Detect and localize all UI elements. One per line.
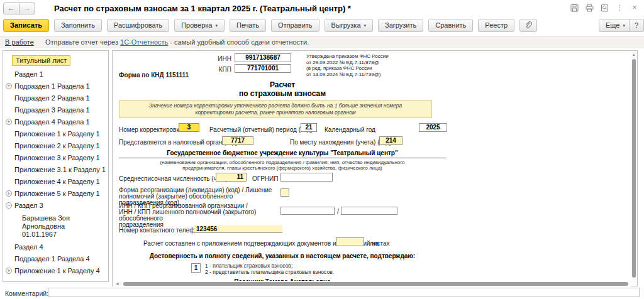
expand-plus-icon[interactable]: + [6,83,12,89]
close-icon[interactable]: × [630,3,639,12]
chevron-down-icon: ▾ [215,19,218,31]
scroll-up-icon[interactable]: ▴ [633,52,635,57]
paperclip-icon [525,21,532,30]
sidebar-item-section-3[interactable]: −Раздел 3 [3,200,108,212]
sidebar-item-appendix-4-1[interactable]: Приложение 4 к Разделу 1 [3,176,108,188]
org-name-caption: (наименование организации, обособленного… [119,160,446,171]
horizontal-scroll-thumb[interactable] [123,282,628,286]
horizontal-scrollbar[interactable]: ◄ [113,281,631,286]
sidebar-item-appendix-3_1-1[interactable]: Приложение 3.1 к Разделу 1 [3,164,108,176]
collapse-minus-icon[interactable]: − [6,202,12,209]
status-state-link[interactable]: В работе [5,38,34,46]
page-title: Расчет по страховым взносам за 1 квартал… [54,4,351,13]
forward-arrow-icon: → [23,4,31,13]
sidebar-item-subsection-1-1[interactable]: +Подраздел 1 Раздела 1 [3,80,108,92]
sidebar-item-appendix-1-4[interactable]: +Приложение 1 к Разделу 4 [3,265,108,277]
print-icon[interactable] [585,3,594,12]
headcount-field[interactable]: 11 [216,173,247,182]
back-arrow-icon: ← [8,4,15,13]
forward-button[interactable]: → [19,3,35,14]
comment-label: Комментарий: [5,290,48,297]
sidebar-item-appendix-2-1[interactable]: Приложение 2 к Разделу 1 [3,140,108,152]
sidebar-item-appendix-1-1[interactable]: Приложение 1 к Разделу 1 [3,128,108,140]
expand-plus-icon[interactable]: + [6,268,12,274]
comment-input[interactable] [48,288,640,297]
registry-button[interactable]: Реестр [478,19,514,32]
expand-plus-icon[interactable]: + [6,190,12,197]
chevron-down-icon: ▾ [623,19,625,31]
back-button[interactable]: ← [3,3,19,14]
period-field[interactable]: 21 [301,123,317,132]
reorg-kpp-field[interactable] [341,207,397,215]
phone-label: Номер контактного телефона [119,227,205,234]
confirm-code-field[interactable]: 1 [191,263,201,273]
vertical-scroll-thumb[interactable] [632,59,636,278]
export-button[interactable]: Выгрузка▾ [325,19,373,32]
sidebar-item-subsection-2-1[interactable]: Подраздел 2 Раздела 1 [3,92,108,104]
year-field[interactable]: 2025 [419,123,447,132]
form-title: Расчет по страховым взносам [119,80,446,98]
reorg-code-field[interactable] [280,188,289,197]
save-icon[interactable] [570,3,579,12]
sidebar-item-subsection-4-1[interactable]: +Подраздел 4 Раздела 1 [3,116,108,128]
org-name-underline [119,158,446,158]
reorg-inn-field[interactable] [280,207,335,215]
tax-authority-field[interactable]: 7717 [222,136,253,145]
sidebar-item-subsection-1-4[interactable]: Подраздел 1 Раздела 4 [3,253,108,265]
sidebar-item-title-page[interactable]: Титульный лист [3,53,108,68]
compare-button[interactable]: Сравнить [428,19,473,32]
send-button[interactable]: Отправить [271,19,319,32]
ogrnip-label: ОГРНИП [252,175,278,182]
attach-button[interactable] [519,19,537,32]
sidebar-item-section-1[interactable]: Раздел 1 [3,68,108,80]
correction-label: Номер корректировки [119,126,182,133]
form-panel: ИНН 9917138687 КПП 771701001 Утверждена … [112,50,638,286]
toolbar: Записать Заполнить Расшифровать Проверка… [0,18,644,35]
location-field[interactable]: 214 [379,136,402,145]
ogrnip-field[interactable] [280,173,333,182]
sidebar-item-section-4[interactable]: Раздел 4 [3,241,108,253]
slash-separator: / [337,208,339,215]
sections-sidebar: Титульный лист Раздел 1 +Подраздел 1 Раз… [3,50,109,282]
help-button[interactable]: ? [629,19,644,32]
fill-button[interactable]: Заполнить [54,19,102,32]
window-header: ← → Расчет по страховым взносам за 1 ква… [0,0,644,18]
inn-label: ИНН [203,55,231,62]
kebab-menu-icon[interactable]: ⋮ [615,3,624,12]
kpp-field[interactable]: 771701001 [235,64,291,73]
confirm-options: 1 - плательщик страховых взносов; 2 - пр… [205,263,334,275]
sidebar-item-appendix-5-1[interactable]: +Приложение 5 к Разделу 1 [3,188,108,200]
scroll-left-icon[interactable]: ◄ [115,281,119,286]
preview-icon[interactable] [600,3,609,12]
decrypt-button[interactable]: Расшифровать [107,19,169,32]
check-button[interactable]: Проверка▾ [174,19,225,32]
expand-plus-icon[interactable]: + [6,119,12,125]
reorg-inn-label: ИНН / КПП реорганизованной организации /… [119,203,282,228]
tax-authority-label: Представляется в налоговый орган (код) [119,139,238,146]
approval-note: Утверждена приказом ФНС России от 29.09.… [306,53,389,77]
correction-field[interactable]: 3 [179,123,199,132]
attachments-pages-field[interactable] [336,237,364,246]
sidebar-item-appendix-3-1[interactable]: Приложение 3 к Разделу 1 [3,152,108,164]
reporting-service-link[interactable]: 1С-Отчетность [120,38,168,46]
print-button[interactable]: Печать [230,19,266,32]
chevron-down-icon: ▾ [364,19,367,31]
period-label: Расчетный (отчетный) период (код) [209,126,313,133]
sidebar-item-subsection-3-1[interactable]: Подраздел 3 Раздела 1 [3,104,108,116]
location-label: По месту нахождения (учета) (код) [290,139,391,146]
knd-label: Форма по КНД 1151111 [119,72,189,79]
phone-field[interactable]: 123456 [194,225,282,233]
load-button[interactable]: Загрузить [378,19,423,32]
sidebar-item-employee[interactable]: Барышева Зоя Арнольдовна01.01.1967 [3,212,108,241]
save-button[interactable]: Записать [3,19,49,32]
confirm-title: Достоверность и полноту сведений, указан… [119,253,446,259]
inn-field[interactable]: 9917138687 [235,53,291,62]
vertical-scrollbar[interactable]: ▴ [631,52,637,281]
status-message: Отправьте отчет через 1С-Отчетность - са… [45,38,309,46]
more-button[interactable]: Еще▾ [599,19,632,32]
window-controls: ⋮ × [570,3,639,12]
headcount-label: Среднесписочная численность (чел.) [119,175,228,182]
kpp-label: КПП [203,66,231,73]
attachments-suffix: листах [370,240,389,247]
status-bar: В работе Отправьте отчет через 1С-Отчетн… [0,36,644,48]
